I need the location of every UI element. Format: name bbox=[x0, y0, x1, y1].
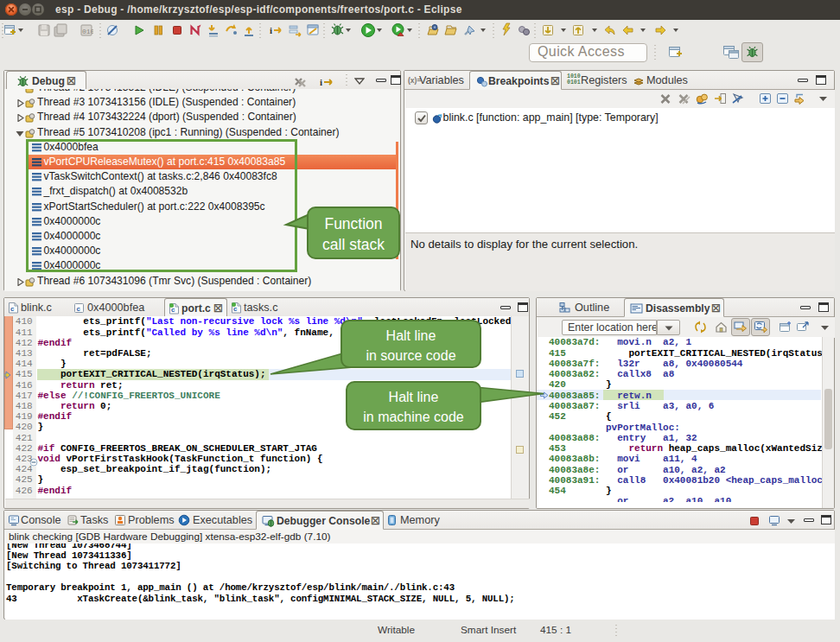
svg-text:i: i bbox=[320, 77, 322, 87]
svg-text:010: 010 bbox=[82, 28, 93, 35]
svg-text:c: c bbox=[77, 305, 81, 313]
svg-text:c: c bbox=[10, 305, 15, 313]
svg-text:i: i bbox=[270, 25, 272, 35]
